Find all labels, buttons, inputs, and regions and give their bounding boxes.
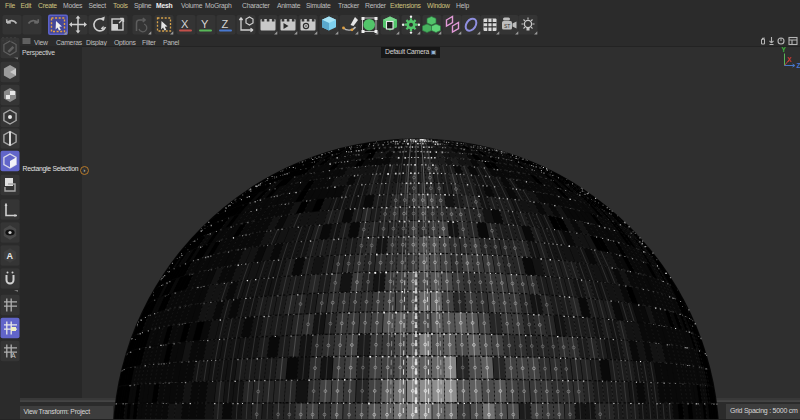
svg-text:A: A bbox=[7, 251, 14, 261]
svg-text:Z: Z bbox=[797, 62, 800, 69]
svg-text:X: X bbox=[787, 56, 792, 63]
svg-text:Y: Y bbox=[782, 46, 787, 53]
svg-text:Z: Z bbox=[222, 18, 229, 30]
svg-text:X: X bbox=[181, 18, 189, 30]
svg-text:ST: ST bbox=[504, 23, 510, 29]
svg-text:A: A bbox=[11, 352, 16, 359]
svg-text:Y: Y bbox=[201, 18, 209, 30]
